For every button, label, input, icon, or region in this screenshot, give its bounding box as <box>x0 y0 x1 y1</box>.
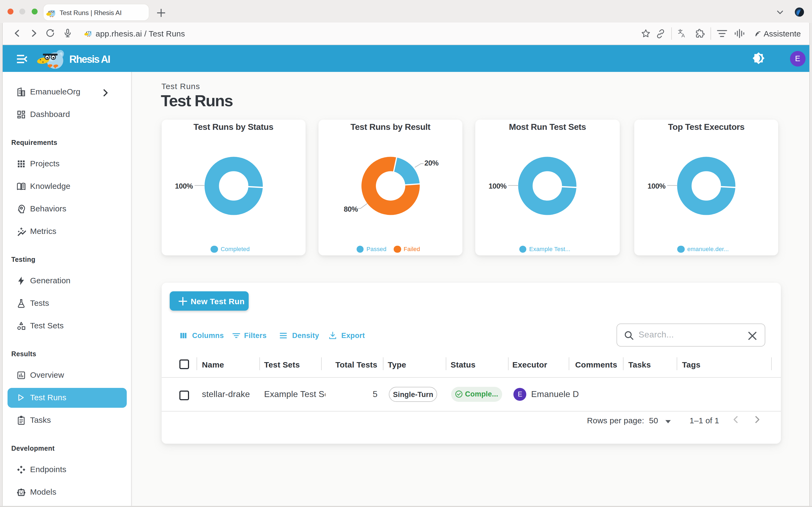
svg-text:100%: 100% <box>648 182 666 190</box>
svg-text:20%: 20% <box>424 159 439 167</box>
svg-text:100%: 100% <box>175 182 193 190</box>
svg-text:A: A <box>681 33 685 38</box>
svg-text:80%: 80% <box>344 205 358 213</box>
svg-text:100%: 100% <box>489 182 507 190</box>
